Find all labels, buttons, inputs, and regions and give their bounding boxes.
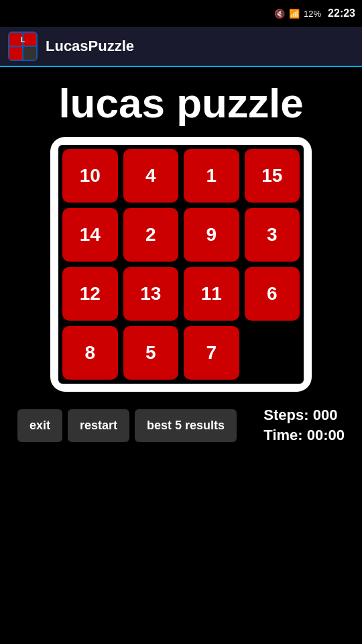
page-title: lucas puzzle	[58, 80, 303, 126]
puzzle-tile-5[interactable]: 5	[123, 326, 179, 380]
puzzle-tile-4[interactable]: 4	[123, 149, 179, 203]
stats-panel: Steps: 000 Time: 00:00	[263, 407, 345, 444]
svg-rect-3	[9, 47, 22, 60]
puzzle-tile-12[interactable]: 12	[62, 267, 118, 321]
app-logo: L	[8, 32, 38, 61]
steps-display: Steps: 000	[263, 407, 337, 424]
best5-button[interactable]: best 5 results	[135, 409, 237, 442]
restart-button[interactable]: restart	[68, 409, 129, 442]
svg-text:L: L	[21, 36, 25, 44]
status-bar: 🔇 📶 12% 22:23	[0, 0, 362, 27]
battery-text: 12%	[304, 9, 321, 19]
buttons-group: exit restart best 5 results	[17, 409, 237, 442]
exit-button[interactable]: exit	[17, 409, 62, 442]
puzzle-tile-1[interactable]: 1	[184, 149, 239, 203]
puzzle-tile-2[interactable]: 2	[123, 208, 179, 262]
empty-tile	[245, 326, 300, 380]
bottom-bar: exit restart best 5 results Steps: 000 T…	[7, 394, 355, 444]
puzzle-grid: 104115142931213116857	[58, 145, 304, 384]
signal-icon: 📶	[289, 9, 300, 19]
svg-rect-2	[23, 33, 36, 46]
puzzle-tile-11[interactable]: 11	[184, 267, 239, 321]
status-time: 22:23	[328, 7, 355, 19]
puzzle-tile-9[interactable]: 9	[184, 208, 239, 262]
puzzle-tile-3[interactable]: 3	[245, 208, 300, 262]
puzzle-tile-10[interactable]: 10	[62, 149, 118, 203]
time-display: Time: 00:00	[263, 427, 345, 444]
puzzle-tile-6[interactable]: 6	[245, 267, 300, 321]
puzzle-board: 104115142931213116857	[50, 137, 312, 392]
main-content: lucas puzzle 104115142931213116857 exit …	[0, 67, 362, 444]
svg-rect-4	[23, 47, 36, 60]
puzzle-tile-13[interactable]: 13	[123, 267, 179, 321]
puzzle-tile-15[interactable]: 15	[245, 149, 300, 203]
mute-icon: 🔇	[274, 9, 285, 19]
puzzle-tile-7[interactable]: 7	[184, 326, 239, 380]
app-title: LucasPuzzle	[46, 38, 134, 55]
puzzle-tile-14[interactable]: 14	[62, 208, 118, 262]
puzzle-tile-8[interactable]: 8	[62, 326, 118, 380]
app-bar: L LucasPuzzle	[0, 27, 362, 67]
